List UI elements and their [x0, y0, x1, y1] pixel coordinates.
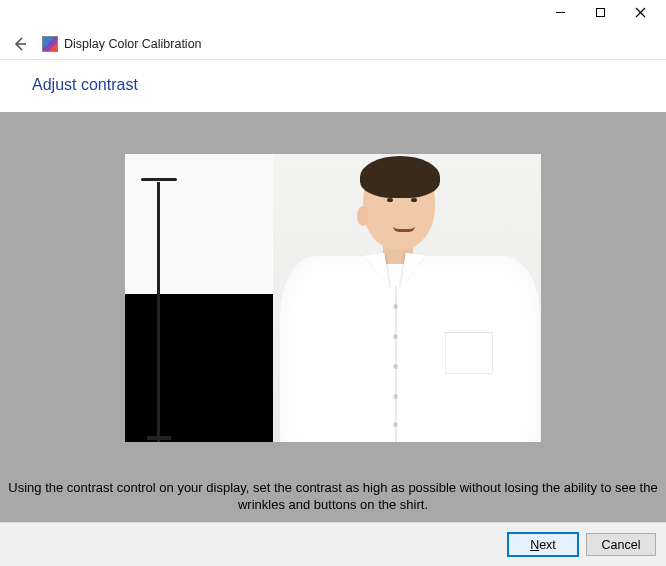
next-button[interactable]: Next [508, 533, 578, 556]
page-heading: Adjust contrast [0, 60, 666, 112]
back-button[interactable] [8, 32, 32, 56]
cancel-button[interactable]: Cancel [586, 533, 656, 556]
window-title: Display Color Calibration [64, 37, 202, 51]
svg-rect-1 [596, 8, 604, 16]
footer: Next Cancel [0, 522, 666, 566]
titlebar [0, 0, 666, 32]
app-icon [42, 36, 58, 52]
instruction-text: Using the contrast control on your displ… [0, 479, 666, 514]
close-button[interactable] [620, 0, 660, 24]
minimize-button[interactable] [540, 0, 580, 24]
maximize-button[interactable] [580, 0, 620, 24]
preview-area: Using the contrast control on your displ… [0, 112, 666, 522]
contrast-sample-image [125, 154, 541, 442]
header-bar: Display Color Calibration [0, 32, 666, 60]
